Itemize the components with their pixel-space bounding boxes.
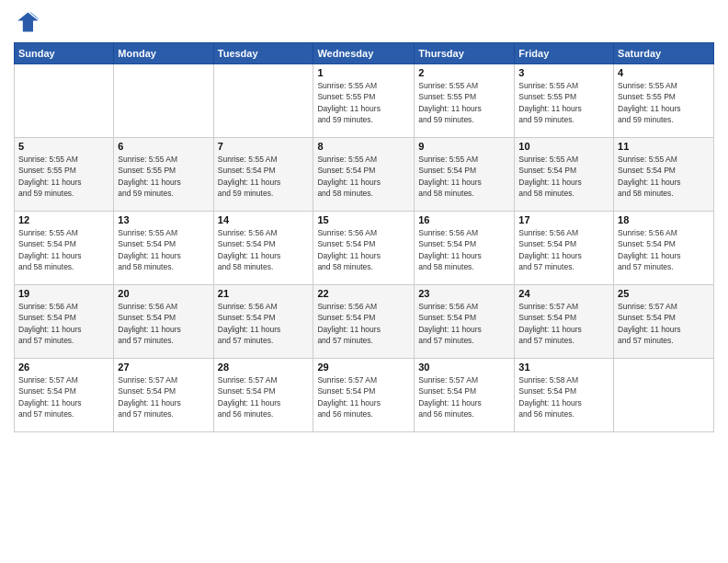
day-info: Sunrise: 5:55 AM Sunset: 5:55 PM Dayligh…	[518, 80, 609, 125]
calendar-cell: 13Sunrise: 5:55 AM Sunset: 5:54 PM Dayli…	[114, 212, 213, 285]
day-number: 8	[317, 141, 410, 152]
calendar-cell: 28Sunrise: 5:57 AM Sunset: 5:54 PM Dayli…	[213, 359, 313, 432]
logo	[14, 9, 43, 35]
page: SundayMondayTuesdayWednesdayThursdayFrid…	[0, 0, 728, 563]
day-number: 14	[218, 214, 310, 225]
calendar-week: 19Sunrise: 5:56 AM Sunset: 5:54 PM Dayli…	[15, 285, 714, 359]
day-info: Sunrise: 5:55 AM Sunset: 5:55 PM Dayligh…	[418, 80, 510, 125]
calendar-cell: 24Sunrise: 5:57 AM Sunset: 5:54 PM Dayli…	[515, 285, 614, 359]
day-number: 23	[418, 288, 510, 299]
day-info: Sunrise: 5:56 AM Sunset: 5:54 PM Dayligh…	[218, 227, 310, 272]
calendar-cell: 21Sunrise: 5:56 AM Sunset: 5:54 PM Dayli…	[213, 285, 313, 359]
day-number: 19	[18, 288, 109, 299]
calendar-cell: 4Sunrise: 5:55 AM Sunset: 5:55 PM Daylig…	[614, 64, 714, 138]
calendar-cell: 30Sunrise: 5:57 AM Sunset: 5:54 PM Dayli…	[415, 359, 515, 432]
day-number: 29	[317, 362, 410, 373]
day-info: Sunrise: 5:56 AM Sunset: 5:54 PM Dayligh…	[218, 301, 310, 346]
day-info: Sunrise: 5:55 AM Sunset: 5:54 PM Dayligh…	[618, 154, 710, 199]
day-number: 6	[118, 141, 209, 152]
day-number: 3	[518, 67, 609, 78]
weekday-header: Thursday	[415, 43, 515, 64]
day-info: Sunrise: 5:57 AM Sunset: 5:54 PM Dayligh…	[418, 374, 510, 419]
calendar-cell: 22Sunrise: 5:56 AM Sunset: 5:54 PM Dayli…	[313, 285, 415, 359]
calendar-cell: 9Sunrise: 5:55 AM Sunset: 5:54 PM Daylig…	[415, 138, 515, 212]
header-row: SundayMondayTuesdayWednesdayThursdayFrid…	[15, 43, 714, 64]
calendar-cell: 15Sunrise: 5:56 AM Sunset: 5:54 PM Dayli…	[313, 212, 415, 285]
day-number: 18	[618, 214, 710, 225]
weekday-header: Saturday	[614, 43, 714, 64]
day-number: 12	[18, 214, 109, 225]
day-info: Sunrise: 5:56 AM Sunset: 5:54 PM Dayligh…	[418, 227, 510, 272]
calendar-cell: 17Sunrise: 5:56 AM Sunset: 5:54 PM Dayli…	[515, 212, 614, 285]
day-number: 11	[618, 141, 710, 152]
weekday-header: Wednesday	[313, 43, 415, 64]
day-info: Sunrise: 5:55 AM Sunset: 5:55 PM Dayligh…	[618, 80, 710, 125]
calendar-cell: 19Sunrise: 5:56 AM Sunset: 5:54 PM Dayli…	[15, 285, 114, 359]
calendar-cell: 27Sunrise: 5:57 AM Sunset: 5:54 PM Dayli…	[114, 359, 213, 432]
day-info: Sunrise: 5:56 AM Sunset: 5:54 PM Dayligh…	[118, 301, 209, 346]
day-number: 16	[418, 214, 510, 225]
day-info: Sunrise: 5:56 AM Sunset: 5:54 PM Dayligh…	[18, 301, 109, 346]
calendar-cell	[114, 64, 213, 138]
calendar-week: 1Sunrise: 5:55 AM Sunset: 5:55 PM Daylig…	[15, 64, 714, 138]
day-info: Sunrise: 5:55 AM Sunset: 5:54 PM Dayligh…	[18, 227, 109, 272]
day-info: Sunrise: 5:56 AM Sunset: 5:54 PM Dayligh…	[317, 227, 410, 272]
day-info: Sunrise: 5:55 AM Sunset: 5:55 PM Dayligh…	[18, 154, 109, 199]
calendar-cell: 12Sunrise: 5:55 AM Sunset: 5:54 PM Dayli…	[15, 212, 114, 285]
calendar-cell	[213, 64, 313, 138]
calendar-cell: 3Sunrise: 5:55 AM Sunset: 5:55 PM Daylig…	[515, 64, 614, 138]
weekday-header: Tuesday	[213, 43, 313, 64]
day-info: Sunrise: 5:55 AM Sunset: 5:55 PM Dayligh…	[118, 154, 209, 199]
day-info: Sunrise: 5:56 AM Sunset: 5:54 PM Dayligh…	[518, 227, 609, 272]
day-info: Sunrise: 5:56 AM Sunset: 5:54 PM Dayligh…	[317, 301, 410, 346]
day-info: Sunrise: 5:56 AM Sunset: 5:54 PM Dayligh…	[418, 301, 510, 346]
day-info: Sunrise: 5:57 AM Sunset: 5:54 PM Dayligh…	[518, 301, 609, 346]
calendar-cell: 26Sunrise: 5:57 AM Sunset: 5:54 PM Dayli…	[15, 359, 114, 432]
calendar-cell: 5Sunrise: 5:55 AM Sunset: 5:55 PM Daylig…	[15, 138, 114, 212]
svg-marker-0	[17, 13, 38, 32]
weekday-header: Monday	[114, 43, 213, 64]
day-number: 7	[218, 141, 310, 152]
day-number: 5	[18, 141, 109, 152]
day-info: Sunrise: 5:55 AM Sunset: 5:55 PM Dayligh…	[317, 80, 410, 125]
calendar-cell: 11Sunrise: 5:55 AM Sunset: 5:54 PM Dayli…	[614, 138, 714, 212]
day-number: 30	[418, 362, 510, 373]
day-info: Sunrise: 5:58 AM Sunset: 5:54 PM Dayligh…	[518, 374, 609, 419]
day-info: Sunrise: 5:57 AM Sunset: 5:54 PM Dayligh…	[317, 374, 410, 419]
calendar-cell: 23Sunrise: 5:56 AM Sunset: 5:54 PM Dayli…	[415, 285, 515, 359]
day-number: 31	[518, 362, 609, 373]
calendar-cell: 14Sunrise: 5:56 AM Sunset: 5:54 PM Dayli…	[213, 212, 313, 285]
calendar-cell: 31Sunrise: 5:58 AM Sunset: 5:54 PM Dayli…	[515, 359, 614, 432]
day-number: 21	[218, 288, 310, 299]
calendar-week: 12Sunrise: 5:55 AM Sunset: 5:54 PM Dayli…	[15, 212, 714, 285]
calendar-cell: 7Sunrise: 5:55 AM Sunset: 5:54 PM Daylig…	[213, 138, 313, 212]
day-number: 2	[418, 67, 510, 78]
day-info: Sunrise: 5:57 AM Sunset: 5:54 PM Dayligh…	[18, 374, 109, 419]
calendar-cell: 20Sunrise: 5:56 AM Sunset: 5:54 PM Dayli…	[114, 285, 213, 359]
calendar-cell: 10Sunrise: 5:55 AM Sunset: 5:54 PM Dayli…	[515, 138, 614, 212]
day-number: 9	[418, 141, 510, 152]
day-number: 27	[118, 362, 209, 373]
calendar-cell	[15, 64, 114, 138]
day-number: 26	[18, 362, 109, 373]
day-number: 25	[618, 288, 710, 299]
calendar-cell: 6Sunrise: 5:55 AM Sunset: 5:55 PM Daylig…	[114, 138, 213, 212]
day-info: Sunrise: 5:57 AM Sunset: 5:54 PM Dayligh…	[618, 301, 710, 346]
calendar-cell: 16Sunrise: 5:56 AM Sunset: 5:54 PM Dayli…	[415, 212, 515, 285]
calendar-week: 5Sunrise: 5:55 AM Sunset: 5:55 PM Daylig…	[15, 138, 714, 212]
calendar-week: 26Sunrise: 5:57 AM Sunset: 5:54 PM Dayli…	[15, 359, 714, 432]
calendar-cell: 1Sunrise: 5:55 AM Sunset: 5:55 PM Daylig…	[313, 64, 415, 138]
calendar-cell: 18Sunrise: 5:56 AM Sunset: 5:54 PM Dayli…	[614, 212, 714, 285]
calendar-cell: 29Sunrise: 5:57 AM Sunset: 5:54 PM Dayli…	[313, 359, 415, 432]
day-info: Sunrise: 5:55 AM Sunset: 5:54 PM Dayligh…	[317, 154, 410, 199]
calendar-cell: 8Sunrise: 5:55 AM Sunset: 5:54 PM Daylig…	[313, 138, 415, 212]
day-info: Sunrise: 5:57 AM Sunset: 5:54 PM Dayligh…	[218, 374, 310, 419]
day-number: 1	[317, 67, 410, 78]
day-number: 4	[618, 67, 710, 78]
day-info: Sunrise: 5:55 AM Sunset: 5:54 PM Dayligh…	[118, 227, 209, 272]
day-number: 28	[218, 362, 310, 373]
weekday-header: Friday	[515, 43, 614, 64]
calendar-cell	[614, 359, 714, 432]
weekday-header: Sunday	[15, 43, 114, 64]
logo-icon	[14, 9, 40, 35]
